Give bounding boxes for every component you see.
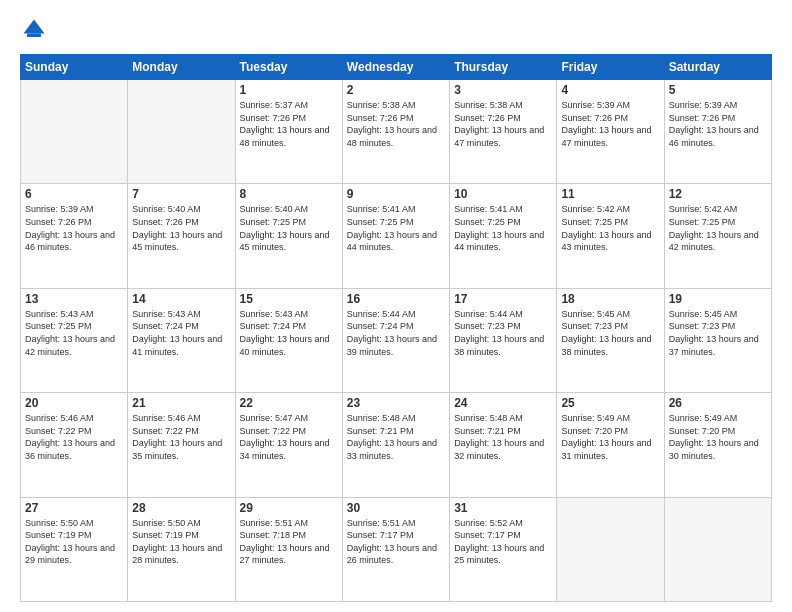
day-number: 20	[25, 396, 123, 410]
calendar-cell: 2Sunrise: 5:38 AMSunset: 7:26 PMDaylight…	[342, 80, 449, 184]
day-number: 15	[240, 292, 338, 306]
weekday-header-saturday: Saturday	[664, 55, 771, 80]
day-number: 29	[240, 501, 338, 515]
day-number: 19	[669, 292, 767, 306]
calendar-week-2: 6Sunrise: 5:39 AMSunset: 7:26 PMDaylight…	[21, 184, 772, 288]
svg-rect-1	[27, 34, 41, 38]
page: SundayMondayTuesdayWednesdayThursdayFrid…	[0, 0, 792, 612]
day-number: 5	[669, 83, 767, 97]
day-info: Sunrise: 5:40 AMSunset: 7:25 PMDaylight:…	[240, 203, 338, 253]
day-number: 16	[347, 292, 445, 306]
calendar-week-3: 13Sunrise: 5:43 AMSunset: 7:25 PMDayligh…	[21, 288, 772, 392]
day-number: 17	[454, 292, 552, 306]
day-info: Sunrise: 5:51 AMSunset: 7:17 PMDaylight:…	[347, 517, 445, 567]
day-info: Sunrise: 5:47 AMSunset: 7:22 PMDaylight:…	[240, 412, 338, 462]
calendar-cell: 15Sunrise: 5:43 AMSunset: 7:24 PMDayligh…	[235, 288, 342, 392]
day-number: 22	[240, 396, 338, 410]
day-info: Sunrise: 5:48 AMSunset: 7:21 PMDaylight:…	[454, 412, 552, 462]
day-info: Sunrise: 5:42 AMSunset: 7:25 PMDaylight:…	[561, 203, 659, 253]
day-number: 21	[132, 396, 230, 410]
calendar-cell: 29Sunrise: 5:51 AMSunset: 7:18 PMDayligh…	[235, 497, 342, 601]
calendar-cell: 16Sunrise: 5:44 AMSunset: 7:24 PMDayligh…	[342, 288, 449, 392]
calendar-cell: 20Sunrise: 5:46 AMSunset: 7:22 PMDayligh…	[21, 393, 128, 497]
calendar-cell: 27Sunrise: 5:50 AMSunset: 7:19 PMDayligh…	[21, 497, 128, 601]
day-info: Sunrise: 5:46 AMSunset: 7:22 PMDaylight:…	[132, 412, 230, 462]
calendar-cell: 26Sunrise: 5:49 AMSunset: 7:20 PMDayligh…	[664, 393, 771, 497]
day-info: Sunrise: 5:46 AMSunset: 7:22 PMDaylight:…	[25, 412, 123, 462]
day-info: Sunrise: 5:52 AMSunset: 7:17 PMDaylight:…	[454, 517, 552, 567]
calendar-cell: 21Sunrise: 5:46 AMSunset: 7:22 PMDayligh…	[128, 393, 235, 497]
calendar-week-4: 20Sunrise: 5:46 AMSunset: 7:22 PMDayligh…	[21, 393, 772, 497]
day-number: 10	[454, 187, 552, 201]
day-number: 28	[132, 501, 230, 515]
day-info: Sunrise: 5:44 AMSunset: 7:24 PMDaylight:…	[347, 308, 445, 358]
day-number: 27	[25, 501, 123, 515]
day-number: 3	[454, 83, 552, 97]
day-info: Sunrise: 5:49 AMSunset: 7:20 PMDaylight:…	[669, 412, 767, 462]
calendar-cell: 18Sunrise: 5:45 AMSunset: 7:23 PMDayligh…	[557, 288, 664, 392]
calendar-cell: 25Sunrise: 5:49 AMSunset: 7:20 PMDayligh…	[557, 393, 664, 497]
calendar-cell: 14Sunrise: 5:43 AMSunset: 7:24 PMDayligh…	[128, 288, 235, 392]
calendar-cell: 8Sunrise: 5:40 AMSunset: 7:25 PMDaylight…	[235, 184, 342, 288]
weekday-header-tuesday: Tuesday	[235, 55, 342, 80]
day-number: 30	[347, 501, 445, 515]
day-number: 23	[347, 396, 445, 410]
day-number: 12	[669, 187, 767, 201]
calendar-cell: 12Sunrise: 5:42 AMSunset: 7:25 PMDayligh…	[664, 184, 771, 288]
day-info: Sunrise: 5:45 AMSunset: 7:23 PMDaylight:…	[561, 308, 659, 358]
logo	[20, 16, 52, 44]
day-info: Sunrise: 5:39 AMSunset: 7:26 PMDaylight:…	[25, 203, 123, 253]
calendar-cell: 11Sunrise: 5:42 AMSunset: 7:25 PMDayligh…	[557, 184, 664, 288]
calendar-cell: 1Sunrise: 5:37 AMSunset: 7:26 PMDaylight…	[235, 80, 342, 184]
weekday-header-wednesday: Wednesday	[342, 55, 449, 80]
calendar-table: SundayMondayTuesdayWednesdayThursdayFrid…	[20, 54, 772, 602]
day-info: Sunrise: 5:41 AMSunset: 7:25 PMDaylight:…	[454, 203, 552, 253]
day-info: Sunrise: 5:51 AMSunset: 7:18 PMDaylight:…	[240, 517, 338, 567]
calendar-cell: 9Sunrise: 5:41 AMSunset: 7:25 PMDaylight…	[342, 184, 449, 288]
calendar-week-1: 1Sunrise: 5:37 AMSunset: 7:26 PMDaylight…	[21, 80, 772, 184]
day-info: Sunrise: 5:50 AMSunset: 7:19 PMDaylight:…	[132, 517, 230, 567]
day-info: Sunrise: 5:45 AMSunset: 7:23 PMDaylight:…	[669, 308, 767, 358]
weekday-header-friday: Friday	[557, 55, 664, 80]
day-info: Sunrise: 5:42 AMSunset: 7:25 PMDaylight:…	[669, 203, 767, 253]
weekday-header-sunday: Sunday	[21, 55, 128, 80]
day-info: Sunrise: 5:43 AMSunset: 7:25 PMDaylight:…	[25, 308, 123, 358]
calendar-cell: 19Sunrise: 5:45 AMSunset: 7:23 PMDayligh…	[664, 288, 771, 392]
calendar-cell: 7Sunrise: 5:40 AMSunset: 7:26 PMDaylight…	[128, 184, 235, 288]
day-info: Sunrise: 5:37 AMSunset: 7:26 PMDaylight:…	[240, 99, 338, 149]
calendar-cell: 22Sunrise: 5:47 AMSunset: 7:22 PMDayligh…	[235, 393, 342, 497]
day-info: Sunrise: 5:38 AMSunset: 7:26 PMDaylight:…	[454, 99, 552, 149]
calendar-cell	[21, 80, 128, 184]
header	[20, 16, 772, 44]
calendar-cell: 23Sunrise: 5:48 AMSunset: 7:21 PMDayligh…	[342, 393, 449, 497]
day-info: Sunrise: 5:39 AMSunset: 7:26 PMDaylight:…	[561, 99, 659, 149]
day-info: Sunrise: 5:50 AMSunset: 7:19 PMDaylight:…	[25, 517, 123, 567]
calendar-cell	[557, 497, 664, 601]
day-number: 24	[454, 396, 552, 410]
calendar-cell: 4Sunrise: 5:39 AMSunset: 7:26 PMDaylight…	[557, 80, 664, 184]
calendar-cell: 31Sunrise: 5:52 AMSunset: 7:17 PMDayligh…	[450, 497, 557, 601]
day-info: Sunrise: 5:43 AMSunset: 7:24 PMDaylight:…	[132, 308, 230, 358]
day-number: 1	[240, 83, 338, 97]
day-number: 14	[132, 292, 230, 306]
day-number: 7	[132, 187, 230, 201]
calendar-cell: 6Sunrise: 5:39 AMSunset: 7:26 PMDaylight…	[21, 184, 128, 288]
logo-icon	[20, 16, 48, 44]
day-number: 31	[454, 501, 552, 515]
calendar-cell	[664, 497, 771, 601]
day-number: 8	[240, 187, 338, 201]
day-number: 9	[347, 187, 445, 201]
day-number: 2	[347, 83, 445, 97]
calendar-cell: 30Sunrise: 5:51 AMSunset: 7:17 PMDayligh…	[342, 497, 449, 601]
calendar-week-5: 27Sunrise: 5:50 AMSunset: 7:19 PMDayligh…	[21, 497, 772, 601]
day-info: Sunrise: 5:40 AMSunset: 7:26 PMDaylight:…	[132, 203, 230, 253]
day-info: Sunrise: 5:41 AMSunset: 7:25 PMDaylight:…	[347, 203, 445, 253]
calendar-cell: 5Sunrise: 5:39 AMSunset: 7:26 PMDaylight…	[664, 80, 771, 184]
weekday-header-monday: Monday	[128, 55, 235, 80]
calendar-cell: 17Sunrise: 5:44 AMSunset: 7:23 PMDayligh…	[450, 288, 557, 392]
day-number: 11	[561, 187, 659, 201]
day-number: 18	[561, 292, 659, 306]
day-info: Sunrise: 5:39 AMSunset: 7:26 PMDaylight:…	[669, 99, 767, 149]
day-number: 25	[561, 396, 659, 410]
calendar-cell: 13Sunrise: 5:43 AMSunset: 7:25 PMDayligh…	[21, 288, 128, 392]
